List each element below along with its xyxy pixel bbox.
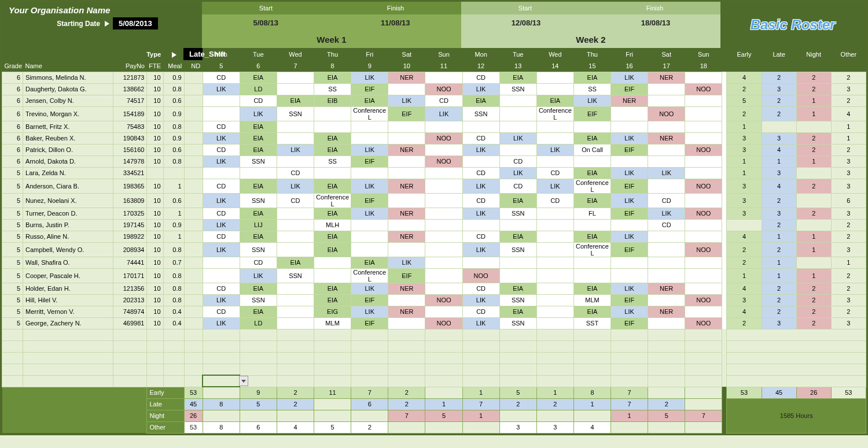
- table-row[interactable]: 5Holder, Edan H.121356100.8CDEIAEIALIKNE…: [2, 283, 866, 294]
- table-row[interactable]: 6Jensen, Colby N.74517100.6CDEIAEIBEIALI…: [2, 95, 866, 106]
- roster-table[interactable]: TypeLate_ShiftMonTueWedThuFriSatSunMonTu…: [2, 48, 866, 434]
- table-row[interactable]: 5Russo, Aline N.198922101CDEIAEIANERCDEI…: [2, 231, 866, 242]
- total-hours: 1585 Hours: [727, 398, 866, 433]
- week2-header: StartFinish 12/08/1318/08/13 Week 2: [461, 2, 720, 48]
- roster-app: Your Organisation Name Starting Date 5/0…: [0, 0, 868, 435]
- table-row[interactable]: 5George, Zachery N.469981100.4LIKLDMLMEI…: [2, 317, 866, 329]
- triangle-icon: [105, 21, 109, 27]
- starting-date-input[interactable]: 5/08/2013: [113, 17, 158, 29]
- table-row[interactable]: 6Arnold, Dakota D.147978100.8LIKSSNSSEIF…: [2, 155, 866, 167]
- table-row[interactable]: 6Baker, Reuben X.190843100.9LIKEIAEIANOO…: [2, 132, 866, 144]
- table-row[interactable]: 5Wall, Shafira O.74441100.7CDEIAEIALIK21…: [2, 257, 866, 268]
- week1-header: StartFinish 5/08/1311/08/13 Week 1: [202, 2, 461, 48]
- table-row[interactable]: 5Burns, Justin P.197145100.9LIKLIJMLHCD2…: [2, 219, 866, 231]
- table-row[interactable]: 5Merritt, Vernon V.748974100.4CDEIAEIGLI…: [2, 306, 866, 317]
- top-header: Your Organisation Name Starting Date 5/0…: [2, 2, 866, 48]
- table-row[interactable]: 6Patrick, Dillon O.156160100.6CDEIALIKEI…: [2, 144, 866, 155]
- dropdown-button[interactable]: [239, 376, 248, 386]
- week1-title: Week 1: [202, 31, 461, 48]
- table-row[interactable]: 6Simmons, Melinda N.121873100.9CDEIAEIAL…: [2, 72, 866, 83]
- brand-title: Basic Roster: [720, 2, 865, 48]
- table-row[interactable]: 6Barnett, Fritz X.75483100.8CDEIA11: [2, 121, 866, 132]
- org-name: Your Organisation Name: [9, 5, 195, 15]
- week2-title: Week 2: [461, 31, 720, 48]
- table-row[interactable]: 5Lara, Zelda N.334521CDCDLIKCDEIALIKLIK1…: [2, 167, 866, 179]
- selected-cell[interactable]: [203, 375, 240, 387]
- table-row[interactable]: 5Cooper, Pascale H.170171100.8LIKSSNConf…: [2, 268, 866, 283]
- table-row[interactable]: 5Nunez, Noelani X.163809100.6LIKSSNCDCon…: [2, 193, 866, 208]
- table-row[interactable]: 5Turner, Deacon D.170325101CDEIAEIALIKNE…: [2, 208, 866, 219]
- type-input[interactable]: Late_Shift: [183, 48, 203, 60]
- table-row[interactable]: 5Campbell, Wendy O.208934100.8LIKSSNEIAL…: [2, 242, 866, 257]
- type-label: Type: [146, 51, 161, 58]
- starting-date-label: Starting Date: [9, 20, 100, 28]
- table-row[interactable]: 6Daugherty, Dakota G.138662100.8LIKLDSSE…: [2, 83, 866, 95]
- table-row[interactable]: 5Hill, Hilel V.202313100.8LIKSSNEIAEIFNO…: [2, 294, 866, 306]
- table-row[interactable]: 6Trevino, Morgan X.154189100.9LIKSSNConf…: [2, 106, 866, 121]
- org-block: Your Organisation Name Starting Date 5/0…: [2, 2, 202, 48]
- table-row[interactable]: 5Anderson, Ciara B.198365101CDEIALIKEIAL…: [2, 179, 866, 193]
